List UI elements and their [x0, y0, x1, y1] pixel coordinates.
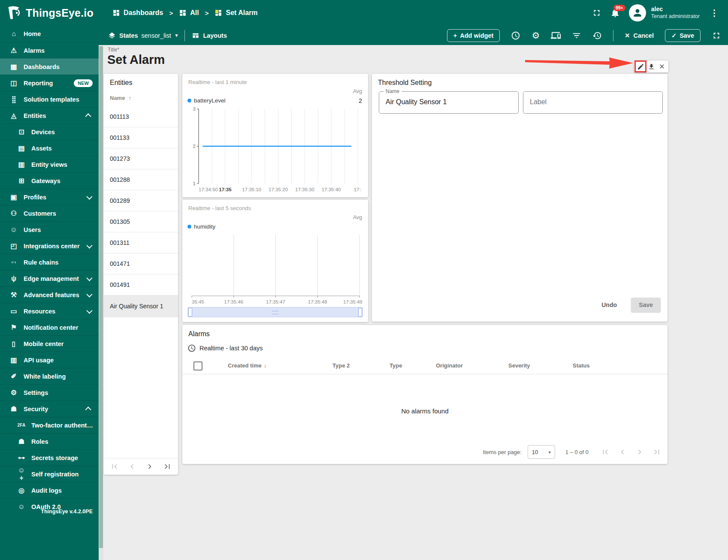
- entity-row[interactable]: Air Quality Sensor 1: [104, 295, 178, 317]
- remove-widget-button[interactable]: [657, 61, 667, 72]
- sidebar-item-customers[interactable]: ⚇Customers: [0, 205, 99, 221]
- avatar[interactable]: [629, 4, 646, 21]
- timewindow-icon[interactable]: [511, 31, 520, 40]
- sidebar-item-settings[interactable]: ⚙Settings: [0, 384, 99, 400]
- title-field-label: Title*: [108, 47, 119, 53]
- entity-row[interactable]: 001289: [104, 190, 178, 211]
- sidebar-item-devices[interactable]: ⊡Devices: [0, 123, 99, 140]
- sidebar-item-dashboards[interactable]: ▦Dashboards: [0, 58, 99, 75]
- scroll-handle-right[interactable]: [358, 308, 362, 316]
- legend-label: humidity: [194, 223, 215, 230]
- add-widget-button[interactable]: + Add widget: [447, 29, 500, 42]
- sidebar-item-mobile-center[interactable]: ▯Mobile center: [0, 335, 99, 352]
- devices-display-icon[interactable]: [551, 30, 561, 40]
- sidebar-item-home[interactable]: ⌂Home: [0, 26, 99, 42]
- kebab-menu-icon[interactable]: ⋮: [708, 8, 720, 18]
- entity-row[interactable]: 001113: [104, 106, 178, 127]
- entity-row[interactable]: 001311: [104, 232, 178, 253]
- sidebar-item-advanced-features[interactable]: ⚒Advanced features: [0, 286, 99, 303]
- edit-widget-button[interactable]: [635, 61, 646, 72]
- app-logo[interactable]: ThingsEye.io: [0, 5, 99, 21]
- legend-humidity[interactable]: humidity: [187, 223, 215, 230]
- sidebar-item-edge-management[interactable]: ψEdge management: [0, 270, 99, 286]
- label-field[interactable]: Label: [523, 91, 663, 114]
- save-button[interactable]: ✓ Save: [665, 29, 701, 42]
- sidebar-item-two-factor[interactable]: 2FATwo-factor authenticati…: [0, 417, 99, 433]
- sidebar-item-label: Assets: [31, 145, 94, 152]
- breadcrumb-all[interactable]: All: [179, 9, 199, 17]
- sidebar-item-white-labeling[interactable]: ✐White labeling: [0, 368, 99, 384]
- breadcrumb-set-alarm[interactable]: Set Alarm: [214, 9, 257, 17]
- sidebar-item-integrations-center[interactable]: ◰Integrations center: [0, 238, 99, 254]
- name-field[interactable]: Name Air Quality Sensor 1: [379, 91, 519, 114]
- entity-row[interactable]: 001288: [104, 169, 178, 190]
- chart-timewindow-label[interactable]: Realtime - last 5 seconds: [188, 205, 251, 211]
- last-page-button[interactable]: [652, 447, 662, 457]
- chart-timewindow-label[interactable]: Realtime - last 1 minute: [188, 79, 247, 85]
- sidebar-scrollbar[interactable]: [99, 26, 103, 560]
- prev-page-icon: [127, 462, 137, 471]
- sidebar-item-api-usage[interactable]: ▥API usage: [0, 352, 99, 368]
- scroll-handle-left[interactable]: [188, 308, 192, 316]
- prev-page-button[interactable]: [127, 462, 137, 471]
- sidebar-item-security[interactable]: ☗Security: [0, 400, 99, 417]
- sidebar-item-entities[interactable]: ◬Entities: [0, 107, 99, 123]
- settings-gear-icon[interactable]: ⚙: [532, 31, 540, 40]
- alarms-column-type[interactable]: Type: [390, 362, 402, 369]
- sidebar-item-users[interactable]: ☺Users: [0, 221, 99, 238]
- filter-icon[interactable]: [572, 31, 581, 40]
- sidebar-item-self-registration[interactable]: ☺+Self registration: [0, 466, 99, 482]
- fullscreen-icon[interactable]: [712, 31, 721, 40]
- entity-row[interactable]: 001305: [104, 211, 178, 232]
- export-widget-button[interactable]: [646, 61, 656, 72]
- sidebar-item-gateways[interactable]: ⊞Gateways: [0, 172, 99, 189]
- sidebar-item-secrets-storage[interactable]: ⊶Secrets storage: [0, 449, 99, 466]
- states-selector[interactable]: States sensor_list ▾: [108, 32, 178, 39]
- first-page-button[interactable]: [601, 447, 610, 457]
- page-title[interactable]: Set Alarm: [107, 53, 165, 67]
- breadcrumb-dashboards[interactable]: Dashboards: [112, 9, 163, 17]
- sidebar-item-rule-chains[interactable]: ‹·›Rule chains: [0, 254, 99, 270]
- next-page-button[interactable]: [635, 447, 644, 457]
- first-page-button[interactable]: [110, 462, 119, 471]
- sidebar-item-roles[interactable]: ☗Roles: [0, 433, 99, 449]
- entity-row[interactable]: 001491: [104, 274, 178, 295]
- sidebar-item-reporting[interactable]: ◫ReportingNEW: [0, 75, 99, 91]
- prev-page-button[interactable]: [618, 447, 627, 457]
- gateways-icon: ⊞: [16, 177, 27, 185]
- sidebar-item-profiles[interactable]: ▣Profiles: [0, 189, 99, 205]
- white-labeling-icon: ✐: [9, 372, 19, 380]
- name-column-header[interactable]: Name ↑: [110, 95, 131, 101]
- entity-row[interactable]: 001471: [104, 253, 178, 274]
- sidebar-item-resources[interactable]: ▭Resources: [0, 303, 99, 319]
- fullscreen-icon[interactable]: [592, 8, 601, 18]
- next-page-button[interactable]: [145, 462, 154, 471]
- select-all-checkbox[interactable]: [193, 361, 202, 370]
- alarms-column-originator[interactable]: Originator: [436, 362, 463, 369]
- sidebar-item-solution-templates[interactable]: ⣿Solution templates: [0, 91, 99, 107]
- alarms-column-type-2[interactable]: Type 2: [332, 362, 350, 369]
- last-page-button[interactable]: [163, 462, 172, 471]
- sidebar-item-alarms[interactable]: ⚠Alarms: [0, 42, 99, 58]
- sidebar-item-assets[interactable]: ▤Assets: [0, 140, 99, 156]
- sidebar-item-entity-views[interactable]: ▥Entity views: [0, 156, 99, 172]
- entity-row[interactable]: 001133: [104, 127, 178, 148]
- alarms-column-created-time[interactable]: Created time↓: [228, 362, 266, 369]
- scrollbar-thumb[interactable]: [99, 46, 103, 548]
- legend-batteryLevel[interactable]: batteryLevel: [187, 97, 226, 104]
- cancel-button[interactable]: ✕ Cancel: [625, 32, 654, 39]
- sidebar-item-audit-logs[interactable]: ◎Audit logs: [0, 482, 99, 498]
- chart-horizontal-scrollbar[interactable]: [187, 307, 363, 317]
- sidebar-item-notification-center[interactable]: ⚑Notification center: [0, 319, 99, 335]
- alarms-column-severity[interactable]: Severity: [508, 362, 530, 369]
- layouts-button[interactable]: Layouts: [192, 32, 227, 39]
- alarms-column-status[interactable]: Status: [573, 362, 590, 369]
- alarms-timewindow-button[interactable]: Realtime - last 30 days: [187, 344, 263, 352]
- items-per-page-select[interactable]: 10 ▾: [528, 445, 555, 459]
- svg-text:17:35:40: 17:35:40: [322, 187, 341, 192]
- threshold-save-button[interactable]: Save: [631, 298, 661, 312]
- notifications-button[interactable]: 99+: [610, 8, 620, 18]
- history-icon[interactable]: [592, 31, 602, 40]
- undo-button[interactable]: Undo: [599, 301, 619, 309]
- entity-row[interactable]: 001273: [104, 148, 178, 169]
